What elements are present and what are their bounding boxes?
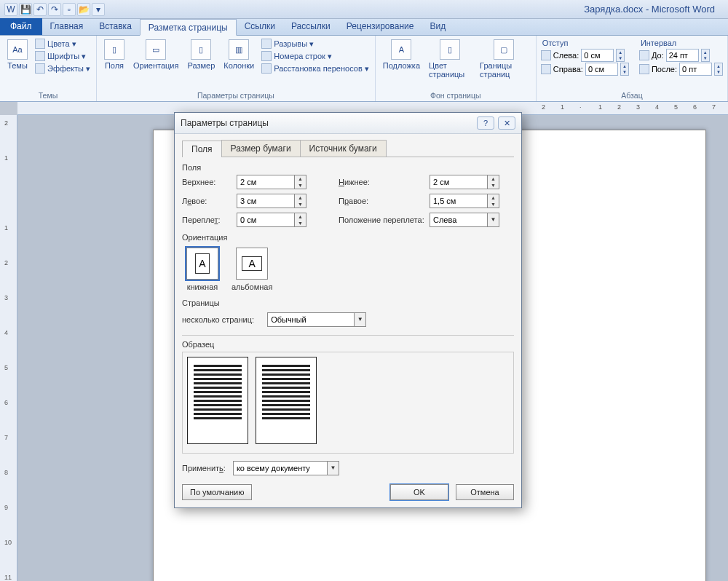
pages-group-title: Страницы [182, 299, 514, 307]
open-icon[interactable]: 📂 [77, 3, 90, 16]
margins-button[interactable]: ▯Поля [101, 38, 127, 71]
save-icon[interactable]: 💾 [19, 3, 32, 16]
right-margin-input[interactable] [430, 194, 488, 208]
new-icon[interactable]: ▫ [63, 3, 76, 16]
multi-pages-input[interactable] [267, 312, 355, 327]
top-margin-input[interactable] [237, 175, 295, 189]
columns-icon: ▥ [229, 39, 249, 60]
size-button[interactable]: ▯Размер [184, 38, 218, 71]
tab-review[interactable]: Рецензирование [339, 18, 422, 35]
right-margin-spinner[interactable]: ▲▼ [430, 194, 510, 208]
top-margin-spinner[interactable]: ▲▼ [237, 175, 317, 189]
watermark-button[interactable]: AПодложка [380, 38, 423, 71]
columns-button[interactable]: ▥Колонки [221, 38, 257, 71]
orientation-icon: ▭ [146, 39, 166, 60]
tab-insert[interactable]: Вставка [91, 18, 140, 35]
spacing-after-icon [639, 64, 649, 74]
page-borders-button[interactable]: ▢Границы страниц [477, 38, 531, 80]
cancel-button[interactable]: Отмена [456, 484, 514, 500]
orientation-group: Ориентация A книжная A альбомная [182, 233, 514, 293]
file-tab[interactable]: Файл [0, 18, 42, 35]
tab-view[interactable]: Вид [422, 18, 454, 35]
indent-left-input[interactable] [581, 49, 614, 62]
breaks-button[interactable]: Разрывы ▾ [260, 38, 370, 50]
page-color-button[interactable]: ▯Цвет страницы [426, 38, 474, 80]
multi-pages-label: несколько страниц: [182, 315, 254, 324]
tab-home[interactable]: Главная [42, 18, 92, 35]
dialog-title-bar[interactable]: Параметры страницы ? ✕ [175, 113, 521, 134]
spin-arrows-icon[interactable]: ▲▼ [488, 175, 499, 189]
effects-icon [35, 63, 45, 74]
spin-arrows-icon[interactable]: ▲▼ [488, 194, 499, 208]
indent-left[interactable]: Слева:▲▼ [541, 49, 629, 62]
indent-right-input[interactable] [585, 63, 618, 76]
tab-mailings[interactable]: Рассылки [283, 18, 339, 35]
margins-icon: ▯ [104, 39, 124, 60]
themes-button[interactable]: Aa Темы [4, 38, 31, 71]
spin-arrows-icon[interactable]: ▲▼ [295, 175, 306, 189]
landscape-icon: A [236, 248, 268, 280]
dlg-tab-fields[interactable]: Поля [182, 141, 222, 157]
orientation-button[interactable]: ▭Ориентация [130, 38, 181, 71]
spacing-after[interactable]: После:▲▼ [639, 63, 723, 76]
apply-to-input[interactable] [233, 461, 328, 475]
word-app-icon[interactable]: W [4, 3, 17, 16]
gutter-label: Переплет: [182, 216, 237, 224]
multi-pages-combo[interactable]: ▼ [267, 312, 366, 327]
spacing-before[interactable]: До:▲▼ [639, 49, 723, 62]
margins-group-title: Поля [182, 163, 514, 172]
hyphenation-button[interactable]: Расстановка переносов ▾ [260, 63, 370, 74]
spacing-before-input[interactable] [666, 49, 699, 62]
help-button[interactable]: ? [477, 116, 494, 130]
dropdown-arrow-icon[interactable]: ▼ [328, 461, 339, 475]
dropdown-arrow-icon[interactable]: ▼ [355, 312, 366, 327]
tab-references[interactable]: Ссылки [237, 18, 283, 35]
dlg-tab-paper-size[interactable]: Размер бумаги [221, 140, 301, 157]
bottom-margin-input[interactable] [430, 175, 488, 189]
gutter-spinner[interactable]: ▲▼ [237, 213, 317, 227]
left-margin-spinner[interactable]: ▲▼ [237, 194, 317, 208]
apply-to-combo[interactable]: ▼ [233, 461, 339, 475]
gutter-pos-input[interactable] [430, 213, 488, 227]
orientation-landscape[interactable]: A альбомная [232, 248, 272, 291]
close-button[interactable]: ✕ [498, 116, 515, 130]
gutter-pos-combo[interactable]: ▼ [430, 213, 510, 227]
spacing-label: Интервал [639, 38, 723, 48]
left-margin-input[interactable] [237, 194, 295, 208]
spin-arrows-icon[interactable]: ▲▼ [701, 49, 710, 62]
spin-arrows-icon[interactable]: ▲▼ [295, 213, 306, 227]
spin-arrows-icon[interactable]: ▲▼ [714, 63, 723, 76]
default-button[interactable]: По умолчанию [182, 484, 252, 500]
qat-more-icon[interactable]: ▾ [92, 3, 105, 16]
spin-arrows-icon[interactable]: ▲▼ [620, 63, 629, 76]
dialog-title: Параметры страницы [181, 118, 269, 128]
line-numbers-button[interactable]: Номера строк ▾ [260, 50, 370, 62]
theme-colors[interactable]: Цвета ▾ [33, 38, 92, 50]
themes-icon: Aa [7, 39, 28, 60]
gutter-input[interactable] [237, 213, 295, 227]
bottom-margin-spinner[interactable]: ▲▼ [430, 175, 510, 189]
spacing-after-input[interactable] [679, 63, 712, 76]
redo-icon[interactable]: ↷ [48, 3, 61, 16]
separator [182, 335, 514, 336]
spin-arrows-icon[interactable]: ▲▼ [295, 194, 306, 208]
vertical-ruler[interactable]: 2 1 1 2 3 4 5 6 7 8 9 10 11 [3, 115, 16, 581]
window-title: Зарядка.docx - Microsoft Word [584, 4, 715, 15]
dropdown-arrow-icon[interactable]: ▼ [488, 213, 499, 227]
undo-icon[interactable]: ↶ [33, 3, 47, 16]
orientation-portrait[interactable]: A книжная [186, 248, 218, 291]
size-icon: ▯ [191, 39, 211, 60]
indent-left-icon [541, 50, 551, 60]
spin-arrows-icon[interactable]: ▲▼ [616, 49, 625, 62]
portrait-icon: A [186, 248, 218, 280]
theme-effects[interactable]: Эффекты ▾ [33, 63, 92, 74]
dialog-tabs: Поля Размер бумаги Источник бумаги [182, 140, 514, 157]
theme-fonts[interactable]: Шрифты ▾ [33, 50, 92, 62]
dlg-tab-paper-source[interactable]: Источник бумаги [300, 140, 387, 157]
group-label-paragraph: Абзац [541, 90, 723, 101]
dialog-buttons: По умолчанию OK Отмена [182, 484, 514, 500]
apply-to-label: Применить: [182, 464, 226, 473]
ok-button[interactable]: OK [390, 484, 448, 500]
indent-right[interactable]: Справа:▲▼ [541, 63, 629, 76]
tab-page-layout[interactable]: Разметка страницы [140, 19, 237, 36]
